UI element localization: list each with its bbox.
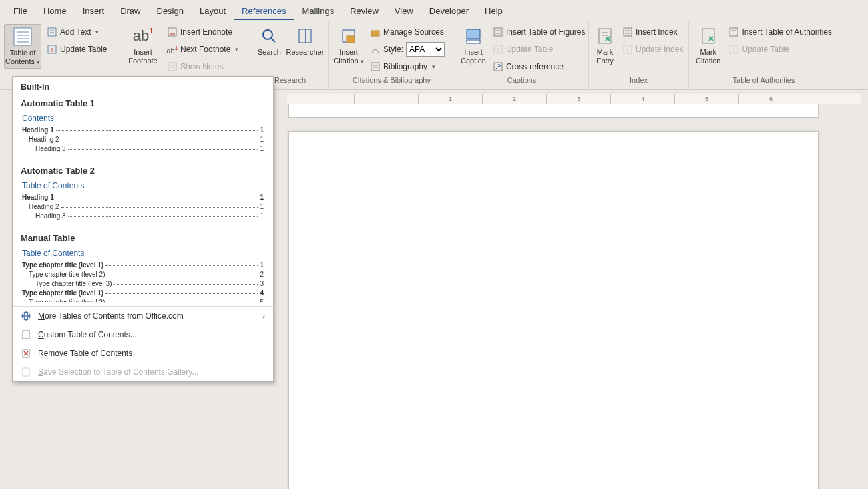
table-of-contents-button[interactable]: Table ofContents▾ <box>4 24 41 69</box>
custom-toc-button[interactable]: Custom Table of Contents... <box>13 325 273 344</box>
next-footnote-icon: ab1 <box>167 44 178 55</box>
globe-icon <box>21 311 31 321</box>
tab-review[interactable]: Review <box>342 2 387 20</box>
tof-icon <box>493 27 503 37</box>
group-label: Citations & Bibliography <box>333 75 451 87</box>
insert-footnote-button[interactable]: ab1 InsertFootnote <box>124 24 162 67</box>
add-text-icon <box>47 27 57 37</box>
label: Caption <box>461 57 486 65</box>
insert-citation-button[interactable]: InsertCitation▾ <box>333 24 365 67</box>
label: Mark <box>700 48 716 56</box>
group-label: Table of Authorities <box>693 75 835 87</box>
group-toa: MarkCitation Insert Table of Authorities… <box>689 21 839 89</box>
style-dropdown[interactable]: APA <box>406 42 445 57</box>
update-toa-button[interactable]: ! Update Table <box>726 41 835 57</box>
show-notes-button[interactable]: Show Notes <box>164 59 241 75</box>
insert-endnote-button[interactable]: Insert Endnote <box>164 24 241 40</box>
svg-rect-5 <box>48 28 56 36</box>
svg-point-15 <box>263 30 272 39</box>
label: Insert Table of Figures <box>506 27 586 37</box>
bibliography-button[interactable]: Bibliography ▾ <box>367 59 447 75</box>
insert-toa-button[interactable]: Insert Table of Authorities <box>726 24 835 40</box>
update-icon: ! <box>493 44 503 55</box>
tab-references[interactable]: References <box>234 2 294 20</box>
gallery-item-manual[interactable]: Manual Table Table of Contents Type chap… <box>13 229 273 305</box>
svg-rect-18 <box>306 29 311 43</box>
label: Cross-reference <box>506 62 564 71</box>
insert-table-figures-button[interactable]: Insert Table of Figures <box>490 24 588 40</box>
manage-sources-icon <box>370 27 381 37</box>
remove-toc-button[interactable]: Remove Table of Contents <box>13 344 273 363</box>
manage-sources-button[interactable]: Manage Sources <box>367 24 447 40</box>
add-text-button[interactable]: Add Text ▾ <box>44 24 110 40</box>
gallery-item-title: Automatic Table 1 <box>21 98 265 108</box>
gallery-item-auto1[interactable]: Automatic Table 1 Contents Heading 11Hea… <box>13 94 273 162</box>
tab-insert[interactable]: Insert <box>75 2 113 20</box>
tab-home[interactable]: Home <box>35 2 75 20</box>
svg-rect-22 <box>371 63 379 71</box>
label: Insert Endnote <box>180 27 232 37</box>
svg-rect-53 <box>23 368 29 376</box>
menubar: FileHomeInsertDrawDesignLayoutReferences… <box>0 0 868 21</box>
crossref-icon <box>493 61 503 72</box>
search-button[interactable]: Search <box>256 24 282 58</box>
group-label: Index <box>593 75 684 87</box>
ruler[interactable]: 123456 <box>287 94 861 104</box>
mark-entry-icon <box>594 25 616 47</box>
caption-icon <box>463 25 484 47</box>
mark-citation-button[interactable]: MarkCitation <box>693 24 723 67</box>
more-toc-office-button[interactable]: More Tables of Contents from Office.com … <box>13 307 273 325</box>
page-icon <box>21 329 31 340</box>
citation-icon <box>338 25 359 47</box>
svg-line-16 <box>271 38 275 42</box>
tab-design[interactable]: Design <box>149 2 192 20</box>
update-table-captions-button[interactable]: ! Update Table <box>490 41 588 57</box>
gallery-item-auto2[interactable]: Automatic Table 2 Table of Contents Head… <box>13 162 273 229</box>
tab-layout[interactable]: Layout <box>192 2 234 20</box>
style-select[interactable]: Style: APA <box>367 41 447 57</box>
tab-file[interactable]: File <box>5 2 35 20</box>
insert-index-button[interactable]: Insert Index <box>620 24 686 40</box>
toc-preview-title: Contents <box>22 114 264 123</box>
svg-text:!: ! <box>733 47 735 53</box>
label: Save Selection to Table of Contents Gall… <box>38 367 198 377</box>
tab-developer[interactable]: Developer <box>421 2 477 20</box>
update-icon: ! <box>622 44 633 55</box>
svg-text:!: ! <box>497 47 499 53</box>
svg-rect-12 <box>168 63 176 71</box>
chevron-right-icon: › <box>262 311 265 321</box>
svg-rect-21 <box>371 31 379 36</box>
page-area <box>287 104 861 489</box>
chevron-down-icon: ▾ <box>95 29 99 35</box>
insert-caption-button[interactable]: InsertCaption <box>459 24 487 67</box>
tab-view[interactable]: View <box>387 2 421 20</box>
update-index-button[interactable]: ! Update Index <box>620 41 686 57</box>
svg-rect-27 <box>494 28 502 36</box>
svg-rect-36 <box>624 28 632 36</box>
update-table-button[interactable]: ! Update Table <box>44 41 110 57</box>
svg-rect-26 <box>467 40 480 43</box>
update-icon: ! <box>47 44 57 55</box>
svg-rect-25 <box>467 29 480 39</box>
group-label: Captions <box>459 75 584 87</box>
cross-reference-button[interactable]: Cross-reference <box>490 59 588 75</box>
svg-rect-17 <box>299 29 306 43</box>
document-page[interactable] <box>288 131 819 489</box>
tab-help[interactable]: Help <box>477 2 511 20</box>
mark-entry-button[interactable]: MarkEntry <box>593 24 617 67</box>
group-captions: InsertCaption Insert Table of Figures ! … <box>455 21 589 89</box>
tab-mailings[interactable]: Mailings <box>294 2 343 20</box>
next-footnote-button[interactable]: ab1 Next Footnote ▾ <box>164 41 241 57</box>
chevron-down-icon: ▾ <box>235 46 238 53</box>
bibliography-icon <box>370 61 381 72</box>
label: Insert <box>339 48 358 56</box>
label: Mark <box>597 48 613 56</box>
researcher-button[interactable]: Researcher <box>285 24 325 58</box>
save-icon <box>21 367 31 377</box>
label: Search <box>258 48 281 57</box>
ruler-number: 6 <box>769 96 773 102</box>
tab-draw[interactable]: Draw <box>112 2 148 20</box>
chevron-down-icon: ▾ <box>432 63 435 70</box>
researcher-icon <box>294 25 316 47</box>
toc-preview-title: Table of Contents <box>22 181 264 190</box>
